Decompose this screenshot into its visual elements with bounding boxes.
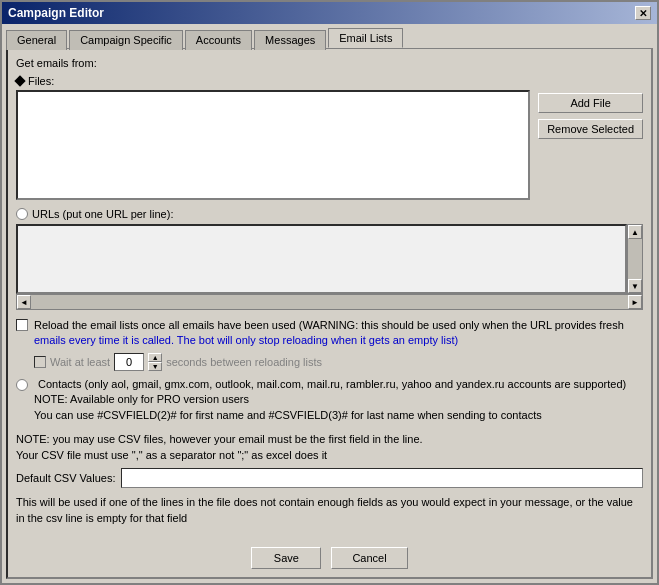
spinner-down[interactable]: ▼ bbox=[148, 362, 162, 371]
files-left: Files: bbox=[16, 75, 530, 200]
scroll-right-arrow[interactable]: ► bbox=[628, 295, 642, 309]
urls-textarea[interactable] bbox=[16, 224, 627, 294]
scroll-up-arrow[interactable]: ▲ bbox=[628, 225, 642, 239]
urls-label-row: URLs (put one URL per line): bbox=[16, 208, 643, 220]
tab-messages[interactable]: Messages bbox=[254, 30, 326, 50]
reload-checkbox-row: Reload the email lists once all emails h… bbox=[16, 318, 643, 349]
scroll-thumb bbox=[628, 239, 642, 279]
urls-scrollbar-v[interactable]: ▲ ▼ bbox=[627, 224, 643, 294]
spinner-up[interactable]: ▲ bbox=[148, 353, 162, 362]
seconds-label: seconds between reloading lists bbox=[166, 356, 322, 368]
tab-accounts[interactable]: Accounts bbox=[185, 30, 252, 50]
contacts-note1: NOTE: Available only for PRO version use… bbox=[34, 392, 643, 407]
get-emails-label: Get emails from: bbox=[16, 57, 643, 69]
wait-row: Wait at least ▲ ▼ seconds between reload… bbox=[34, 353, 643, 371]
contacts-section: Contacts (only aol, gmail, gmx.com, outl… bbox=[16, 377, 643, 423]
window-title: Campaign Editor bbox=[8, 6, 104, 20]
save-button[interactable]: Save bbox=[251, 547, 321, 569]
note-line1: NOTE: you may use CSV files, however you… bbox=[16, 431, 643, 448]
csv-note-section: This will be used if one of the lines in… bbox=[16, 494, 643, 527]
contacts-label-row: Contacts (only aol, gmail, gmx.com, outl… bbox=[16, 377, 643, 392]
scroll-h-thumb bbox=[31, 295, 628, 309]
close-button[interactable]: ✕ bbox=[635, 6, 651, 20]
csv-label: Default CSV Values: bbox=[16, 472, 115, 484]
tabs-row: General Campaign Specific Accounts Messa… bbox=[2, 24, 657, 48]
csv-note-line2: in the csv line is empty for that field bbox=[16, 510, 643, 527]
content-area: Get emails from: Files: Add File Remove … bbox=[6, 48, 653, 579]
wait-checkbox[interactable] bbox=[34, 356, 46, 368]
bottom-buttons: Save Cancel bbox=[16, 539, 643, 569]
title-bar: Campaign Editor ✕ bbox=[2, 2, 657, 24]
scroll-left-arrow[interactable]: ◄ bbox=[17, 295, 31, 309]
urls-label: URLs (put one URL per line): bbox=[32, 208, 173, 220]
urls-radio[interactable] bbox=[16, 208, 28, 220]
csv-note-line1: This will be used if one of the lines in… bbox=[16, 494, 643, 511]
contacts-notes: NOTE: Available only for PRO version use… bbox=[34, 392, 643, 423]
tab-campaign-specific[interactable]: Campaign Specific bbox=[69, 30, 183, 50]
files-label: Files: bbox=[28, 75, 54, 87]
urls-textarea-wrapper: ▲ ▼ bbox=[16, 224, 643, 294]
campaign-editor-window: Campaign Editor ✕ General Campaign Speci… bbox=[0, 0, 659, 585]
urls-scrollbar-h[interactable]: ◄ ► bbox=[16, 294, 643, 310]
files-label-row: Files: bbox=[16, 75, 530, 87]
contacts-radio[interactable] bbox=[16, 379, 28, 391]
urls-section: URLs (put one URL per line): ▲ ▼ ◄ ► bbox=[16, 208, 643, 310]
wait-spinner[interactable]: ▲ ▼ bbox=[148, 353, 162, 371]
note-line2: Your CSV file must use "," as a separato… bbox=[16, 447, 643, 464]
tab-email-lists[interactable]: Email Lists bbox=[328, 28, 403, 48]
reload-checkbox-text: Reload the email lists once all emails h… bbox=[34, 318, 624, 349]
files-buttons: Add File Remove Selected bbox=[538, 75, 643, 200]
files-diamond-icon bbox=[14, 75, 25, 86]
wait-input[interactable] bbox=[114, 353, 144, 371]
scroll-down-arrow[interactable]: ▼ bbox=[628, 279, 642, 293]
reload-checkbox[interactable] bbox=[16, 319, 28, 331]
note-section: NOTE: you may use CSV files, however you… bbox=[16, 431, 643, 464]
wait-label: Wait at least bbox=[50, 356, 110, 368]
cancel-button[interactable]: Cancel bbox=[331, 547, 407, 569]
csv-input[interactable] bbox=[121, 468, 643, 488]
files-section: Files: Add File Remove Selected bbox=[16, 75, 643, 200]
contacts-label: Contacts (only aol, gmail, gmx.com, outl… bbox=[38, 377, 626, 392]
contacts-note2: You can use #CSVFIELD(2)# for first name… bbox=[34, 408, 643, 423]
files-listbox[interactable] bbox=[16, 90, 530, 200]
add-file-button[interactable]: Add File bbox=[538, 93, 643, 113]
csv-row: Default CSV Values: bbox=[16, 468, 643, 488]
remove-selected-button[interactable]: Remove Selected bbox=[538, 119, 643, 139]
tab-general[interactable]: General bbox=[6, 30, 67, 50]
